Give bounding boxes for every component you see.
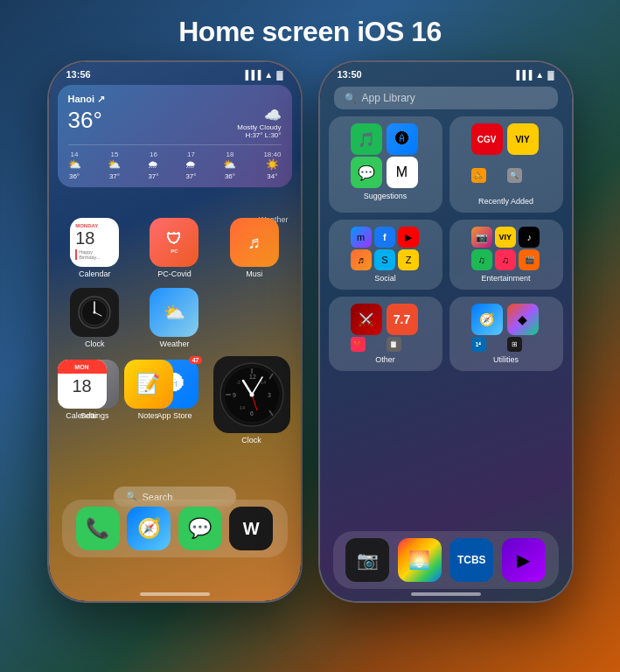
clock-widget-large-wrapper[interactable]: 12 3 6 9 -2 -14 14	[213, 356, 290, 444]
folder-utilities[interactable]: 🧭 ◆ 1⁴ ⊞ Utilities	[449, 297, 563, 371]
appstore-badge: 47	[189, 356, 203, 364]
folder-recently-added[interactable]: CGV VIY 🚴 🔍 Recently Added	[449, 116, 563, 213]
suggestions-label: Suggestions	[364, 192, 408, 200]
health-icon-lib: ❤️	[351, 337, 366, 352]
svg-text:-2: -2	[236, 380, 240, 385]
spotify-icon-lib: 🎵	[351, 123, 382, 155]
cycling-icon-lib: 🚴	[471, 168, 486, 183]
calendar-widget-wrapper[interactable]: MONDAY 18 Happy Birthday... Calendar	[58, 218, 132, 278]
calc-icon-lib: ⊞	[507, 337, 522, 352]
youtube-icon-lib: ▶	[398, 227, 419, 248]
folder-entertainment[interactable]: 📷 VIY ♪ ♫ ♫ 🎬 Entertainment	[449, 220, 563, 290]
home-indicator-phone2	[411, 592, 481, 596]
utilities-label: Utilities	[493, 355, 519, 364]
dock-phone[interactable]: 📞	[76, 507, 120, 550]
folder-social[interactable]: m f ▶ ♬ S Z Social	[329, 220, 442, 290]
weather-right: ☁️ Mostly Cloudy H:37° L:30°	[237, 107, 281, 139]
utilities-apps: 🧭 ◆ 1⁴ ⊞	[471, 304, 541, 352]
dock-messages[interactable]: 💬	[178, 507, 222, 550]
apps-row1: MONDAY 18 Happy Birthday... Calendar 🛡 P…	[58, 218, 292, 278]
status-bar-phone1: 13:56 ▐▐▐ ▲ ▓	[49, 62, 301, 83]
folder-suggestions[interactable]: 🎵 🅐 💬 M Suggestions	[329, 116, 442, 213]
dock-safari[interactable]: 🧭	[127, 507, 171, 550]
signal-icon-p2: ▐▐▐	[513, 70, 532, 80]
clock-icon-wrapper[interactable]: Clock	[58, 288, 132, 348]
social-label: Social	[374, 274, 396, 283]
svg-text:6: 6	[250, 410, 254, 416]
dock-notion[interactable]: W	[229, 507, 273, 550]
notes-label: Notes	[138, 411, 159, 420]
other-apps: ⚔️ 7.7 ❤️ 📋	[351, 304, 421, 352]
forecast-item-0: 14⛅36°	[68, 150, 81, 180]
figma-icon-lib: ◆	[507, 304, 539, 335]
status-icons-phone2: ▐▐▐ ▲ ▓	[513, 70, 554, 80]
notes-wrapper[interactable]: 📝 Notes	[124, 360, 173, 420]
forecast-item-2: 16🌧37°	[148, 150, 158, 180]
weather-app-wrapper[interactable]: ⛅ Weather	[137, 288, 212, 348]
other-label: Other	[375, 355, 395, 364]
clock-svg	[77, 295, 112, 330]
status-bar-phone2: 13:50 ▐▐▐ ▲ ▓	[320, 62, 572, 83]
cgv2-icon-lib: 🎬	[519, 249, 540, 270]
entertainment-apps: 📷 VIY ♪ ♫ ♫ 🎬	[471, 227, 541, 270]
dock-vivid[interactable]: ▶	[502, 538, 546, 582]
folder-other[interactable]: ⚔️ 7.7 ❤️ 📋 Other	[329, 297, 442, 371]
musi-icon: ♬	[230, 218, 279, 267]
weather-temp-row: 36° ☁️ Mostly Cloudy H:37° L:30°	[68, 107, 282, 139]
battery-icon: ▓	[276, 70, 282, 80]
vivy-icon-lib: VIY	[495, 227, 516, 248]
phone1: 13:56 ▐▐▐ ▲ ▓ Hanoi ↗ 36° ☁️ Mostly Clou…	[47, 60, 303, 603]
pc-covid-label: PC-Covid	[157, 270, 192, 278]
entertainment-label: Entertainment	[481, 274, 530, 283]
game-icon-lib: ⚔️	[351, 304, 382, 335]
notes-icon: 📝	[124, 360, 173, 409]
musi-wrapper[interactable]: ♬ Musi	[217, 218, 291, 278]
misc-icon-lib: 📋	[387, 337, 401, 352]
forecast-item-1: 15⛅37°	[108, 150, 121, 180]
svg-point-4	[94, 312, 96, 314]
recently-added-apps: CGV VIY 🚴 🔍	[471, 123, 541, 193]
dock-phone2: 📷 🌅 TCBS ▶	[333, 531, 559, 589]
weather-cloud-icon: ☁️	[237, 107, 281, 123]
zoo-icon-lib: Z	[398, 249, 419, 270]
weather-app-label: Weather	[160, 340, 190, 348]
clock-widget-label: Clock	[241, 436, 261, 444]
dock-tcbs[interactable]: TCBS	[449, 538, 493, 582]
musi-label: Musi	[246, 270, 262, 278]
dock-camera[interactable]: 📷	[345, 538, 389, 582]
shopee-icon-lib: 7.7	[387, 304, 418, 335]
calendar-date: 18	[75, 228, 114, 248]
safari-util-icon-lib: 🧭	[471, 304, 503, 335]
clock-icon	[70, 288, 119, 337]
musi-icon-lib: ♬	[351, 249, 372, 270]
recently-added-label: Recently Added	[478, 197, 533, 206]
calendar-mini-wrapper[interactable]: MON 18 Calendar	[58, 360, 107, 420]
pc-covid-wrapper[interactable]: 🛡 PC PC-Covid	[137, 218, 212, 278]
messenger-icon-lib: m	[351, 227, 372, 248]
home-indicator-phone1	[140, 592, 210, 596]
pc-covid-icon: 🛡 PC	[150, 218, 199, 267]
appstore-icon-lib: 🅐	[387, 123, 418, 155]
viy-icon-lib: VIY	[507, 123, 539, 155]
signal-icon: ▐▐▐	[242, 70, 261, 80]
dock-photos[interactable]: 🌅	[398, 538, 442, 582]
weather-city: Hanoi ↗	[68, 94, 282, 105]
dock-phone1: 📞 🧭 💬 W	[62, 500, 288, 557]
calendar-mini-label: Calendar	[66, 411, 98, 420]
svg-text:9: 9	[233, 392, 236, 398]
messages-icon-lib: 💬	[351, 157, 382, 188]
spotify-ent-icon-lib: ♫	[471, 249, 492, 270]
skype-icon-lib: S	[374, 249, 395, 270]
cgv-icon-lib: CGV	[471, 123, 503, 155]
clock-icon-label: Clock	[85, 340, 105, 348]
svg-text:12: 12	[249, 374, 256, 380]
gmail-icon-lib: M	[387, 157, 418, 188]
app-library-search[interactable]: 🔍 App Library	[334, 87, 558, 109]
music-icon-lib: ♫	[495, 249, 516, 270]
social-apps: m f ▶ ♬ S Z	[351, 227, 421, 270]
search-icon-lib: 🔍	[507, 168, 522, 183]
status-icons-phone1: ▐▐▐ ▲ ▓	[242, 70, 282, 80]
forecast-item-5: 18:40☀️34°	[263, 150, 281, 180]
apps-row2: Clock ⛅ Weather	[58, 288, 292, 348]
weather-widget[interactable]: Hanoi ↗ 36° ☁️ Mostly Cloudy H:37° L:30°…	[58, 85, 292, 187]
